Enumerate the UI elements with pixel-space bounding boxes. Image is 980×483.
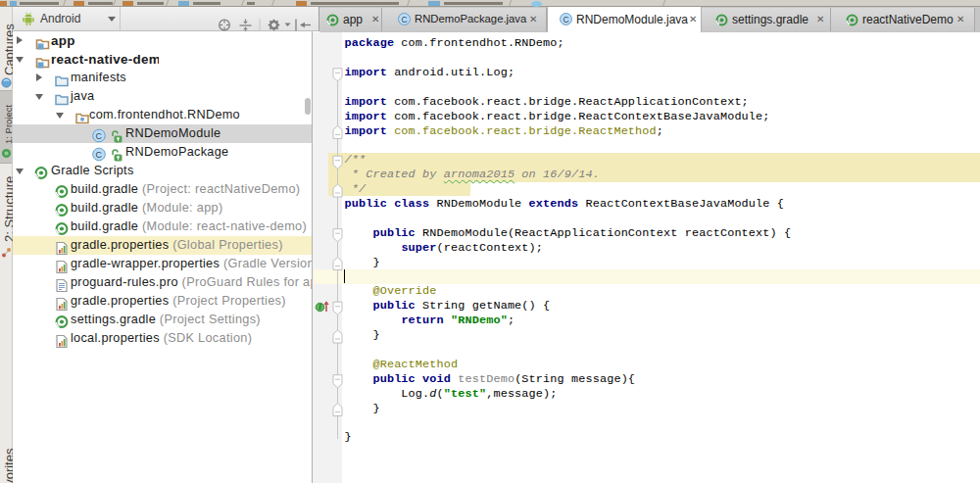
svg-text:I: I <box>318 303 321 312</box>
svg-text:C: C <box>563 15 568 24</box>
svg-text:C: C <box>96 150 103 160</box>
svg-text:C: C <box>401 15 407 24</box>
svg-text:C: C <box>96 131 103 141</box>
